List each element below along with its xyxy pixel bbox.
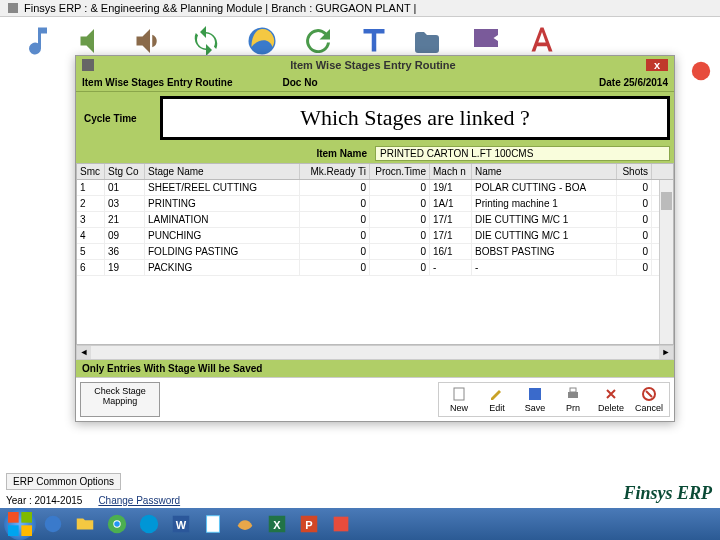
speaker-icon[interactable]: [132, 23, 168, 59]
ie-icon[interactable]: [244, 23, 280, 59]
scroll-right-arrow[interactable]: ►: [659, 346, 673, 359]
window-title: Item Wise Stages Entry Routine: [100, 59, 646, 71]
window-icon: [82, 59, 94, 71]
svg-point-11: [45, 516, 62, 533]
cancel-button[interactable]: Cancel: [631, 385, 667, 414]
svg-rect-7: [8, 512, 19, 523]
camera-icon[interactable]: [412, 23, 448, 59]
col-mach[interactable]: Mach n: [430, 164, 472, 179]
change-password-link[interactable]: Change Password: [98, 495, 180, 506]
col-smc[interactable]: Smc: [77, 164, 105, 179]
erp-common-button[interactable]: ERP Common Options: [6, 473, 121, 490]
table-row[interactable]: 619PACKING00--0: [77, 260, 673, 276]
action-buttons: New Edit Save Prn Delete Cancel: [438, 382, 670, 417]
scroll-left-arrow[interactable]: ◄: [77, 346, 91, 359]
edit-button[interactable]: Edit: [479, 385, 515, 414]
movie-icon[interactable]: [468, 23, 504, 59]
year-label: Year : 2014-2015: [6, 495, 82, 506]
svg-rect-8: [21, 512, 32, 523]
table-row[interactable]: 203PRINTING001A/1Printing machine 10: [77, 196, 673, 212]
col-name[interactable]: Stage Name: [145, 164, 300, 179]
bottom-action-row: Check Stage Mapping New Edit Save Prn De…: [76, 377, 674, 421]
scrollbar-thumb[interactable]: [661, 192, 672, 210]
col-sh[interactable]: Shots: [617, 164, 652, 179]
horizontal-scrollbar[interactable]: ◄ ►: [76, 345, 674, 360]
svg-point-14: [114, 521, 120, 527]
check-stage-mapping-button[interactable]: Check Stage Mapping: [80, 382, 160, 417]
volume-icon[interactable]: [76, 23, 112, 59]
text-icon[interactable]: [356, 23, 392, 59]
grid-header: Smc Stg Co Stage Name Mk.Ready Ti Procn.…: [76, 163, 674, 180]
brand-logo: Finsys ERP: [623, 483, 712, 504]
refresh-icon[interactable]: [300, 23, 336, 59]
item-name-row: Item Name PRINTED CARTON L.FT 100CMS: [76, 144, 674, 163]
doc-no-label: Doc No: [283, 77, 318, 88]
window-titlebar[interactable]: Item Wise Stages Entry Routine x: [76, 56, 674, 74]
side-icons: [690, 60, 712, 82]
recycle-icon[interactable]: [188, 23, 224, 59]
svg-text:P: P: [305, 519, 312, 531]
status-strip: Year : 2014-2015 Change Password: [0, 493, 720, 508]
table-row[interactable]: 409PUNCHING0017/1DIE CUTTING M/C 10: [77, 228, 673, 244]
taskbar-explorer-icon[interactable]: [70, 510, 100, 538]
date-value: 25/6/2014: [624, 77, 669, 88]
taskbar-paint-icon[interactable]: [230, 510, 260, 538]
windows-taskbar[interactable]: W X P: [0, 508, 720, 540]
delete-button[interactable]: Delete: [593, 385, 629, 414]
cycle-time-label: Cycle Time: [76, 109, 156, 128]
taskbar-ie-icon[interactable]: [38, 510, 68, 538]
erp-common-row: ERP Common Options: [0, 471, 720, 492]
strip-title: Item Wise Stages Entry Routine: [82, 77, 233, 88]
table-row[interactable]: 321LAMINATION0017/1DIE CUTTING M/C 10: [77, 212, 673, 228]
cycle-time-row: Cycle Time Which Stages are linked ?: [76, 91, 674, 144]
start-button[interactable]: [4, 508, 36, 540]
close-button[interactable]: x: [646, 59, 668, 71]
svg-rect-4: [568, 392, 578, 398]
app-icon: [8, 3, 18, 13]
app-title-text: Finsys ERP : & Engineering && Planning M…: [24, 2, 416, 14]
svg-rect-10: [21, 525, 32, 536]
svg-rect-18: [207, 516, 220, 533]
table-row[interactable]: 536FOLDING PASTING0016/1BOBST PASTING0: [77, 244, 673, 260]
grid-body[interactable]: 101SHEET/REEL CUTTING0019/1POLAR CUTTING…: [76, 180, 674, 345]
svg-point-1: [692, 62, 710, 80]
callout-question: Which Stages are linked ?: [160, 96, 670, 140]
new-button[interactable]: New: [441, 385, 477, 414]
date-label: Date: [599, 77, 621, 88]
taskbar-notepad-icon[interactable]: [198, 510, 228, 538]
save-button[interactable]: Save: [517, 385, 553, 414]
header-strip: Item Wise Stages Entry Routine Doc No Da…: [76, 74, 674, 91]
svg-text:X: X: [273, 519, 281, 531]
music-icon[interactable]: [20, 23, 56, 59]
col-mname[interactable]: Name: [472, 164, 617, 179]
print-button[interactable]: Prn: [555, 385, 591, 414]
col-pr[interactable]: Procn.Time: [370, 164, 430, 179]
svg-rect-2: [454, 388, 464, 400]
svg-rect-23: [334, 517, 349, 532]
taskbar-app-icon[interactable]: [326, 510, 356, 538]
svg-rect-3: [529, 388, 541, 400]
taskbar-word-icon[interactable]: W: [166, 510, 196, 538]
save-note: Only Entries With Stage Will be Saved: [76, 360, 674, 377]
svg-rect-9: [8, 525, 19, 536]
svg-point-15: [140, 515, 158, 533]
svg-text:W: W: [176, 519, 187, 531]
svg-rect-5: [570, 388, 576, 392]
taskbar-excel-icon[interactable]: X: [262, 510, 292, 538]
stages-entry-window: Item Wise Stages Entry Routine x Item Wi…: [75, 55, 675, 422]
col-mk[interactable]: Mk.Ready Ti: [300, 164, 370, 179]
table-row[interactable]: 101SHEET/REEL CUTTING0019/1POLAR CUTTING…: [77, 180, 673, 196]
font-icon[interactable]: [524, 23, 560, 59]
item-name-label: Item Name: [80, 148, 375, 159]
item-name-value: PRINTED CARTON L.FT 100CMS: [375, 146, 670, 161]
col-stg[interactable]: Stg Co: [105, 164, 145, 179]
taskbar-chrome-icon[interactable]: [102, 510, 132, 538]
app-titlebar: Finsys ERP : & Engineering && Planning M…: [0, 0, 720, 17]
red-circle-icon[interactable]: [690, 60, 712, 82]
taskbar-powerpoint-icon[interactable]: P: [294, 510, 324, 538]
taskbar-hp-icon[interactable]: [134, 510, 164, 538]
vertical-scrollbar[interactable]: [659, 180, 673, 344]
